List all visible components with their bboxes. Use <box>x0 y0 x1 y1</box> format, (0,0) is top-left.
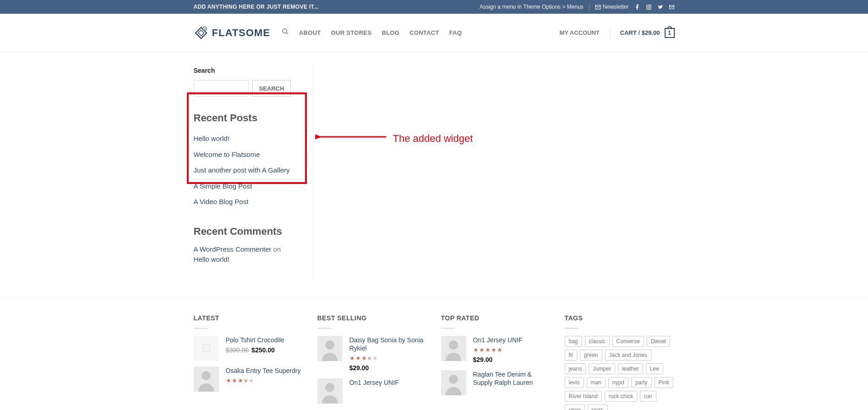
recent-comments-widget: Recent Comments A WordPress Commenter on… <box>194 224 300 265</box>
nav-about[interactable]: ABOUT <box>299 28 321 38</box>
svg-point-19 <box>449 375 458 384</box>
product-item[interactable]: Osaka Entry Tee Superdry ★★★★★★ <box>194 367 304 392</box>
facebook-icon[interactable] <box>634 4 640 10</box>
nav-account[interactable]: MY ACCOUNT <box>559 28 599 38</box>
instagram-icon[interactable] <box>646 4 652 10</box>
nav-contact[interactable]: CONTACT <box>409 28 439 38</box>
tag-link[interactable]: fit <box>565 350 577 361</box>
logo-text: FLATSOME <box>212 25 270 40</box>
recent-post-link[interactable]: A Video Blog Post <box>194 198 249 205</box>
tag-link[interactable]: leather <box>618 363 643 374</box>
svg-point-13 <box>325 340 334 350</box>
footer-tags: TAGS bagclassicConverseDieselfitgreenJac… <box>565 313 675 410</box>
topbar: ADD ANYTHING HERE OR JUST REMOVE IT... A… <box>0 0 868 14</box>
product-title: Daisy Bag Sonia by Sonia Rykiel <box>349 336 427 352</box>
search-label: Search <box>194 66 300 76</box>
product-avatar-image <box>441 370 466 395</box>
product-title: Polo Tshirt Crocodile <box>226 336 304 344</box>
cart-count: 1 <box>668 29 671 37</box>
tag-link[interactable]: Jumper <box>589 363 615 374</box>
product-title: Osaka Entry Tee Superdry <box>226 367 304 375</box>
nav-faq[interactable]: FAQ <box>449 28 462 38</box>
tag-link[interactable]: shoe <box>565 405 585 410</box>
comment-on-text: on <box>271 245 281 253</box>
tag-link[interactable]: River Island <box>565 391 602 402</box>
nav-cart[interactable]: CART / $29.00 1 <box>620 28 675 38</box>
recent-comments-title: Recent Comments <box>194 224 300 239</box>
product-old-price: $300.00 <box>226 346 249 354</box>
tag-link[interactable]: levis <box>565 377 584 388</box>
svg-point-9 <box>204 346 206 348</box>
product-avatar-image <box>194 367 219 392</box>
topbar-menu-hint[interactable]: Assign a menu in Theme Options > Menus <box>480 3 584 11</box>
tag-link[interactable]: jeans <box>565 363 586 374</box>
svg-point-6 <box>283 29 287 33</box>
logo-icon: 3 <box>194 26 208 40</box>
tag-link[interactable]: Diesel <box>647 336 670 347</box>
divider <box>194 328 207 329</box>
star-rating: ★★★★★★ <box>226 376 304 385</box>
product-avatar-image <box>317 378 343 404</box>
product-item[interactable]: Polo Tshirt Crocodile $300.00$250.00 <box>194 336 304 361</box>
product-item[interactable]: Daisy Bag Sonia by Sonia Rykiel ★★★★★★ $… <box>317 336 427 373</box>
tag-link[interactable]: stars <box>588 405 608 410</box>
tag-link[interactable]: Pink <box>655 377 673 388</box>
tag-link[interactable]: bag <box>565 336 582 347</box>
twitter-icon[interactable] <box>657 4 663 10</box>
tag-link[interactable]: party <box>631 377 652 388</box>
star-rating: ★★★★★ <box>473 345 551 355</box>
product-price: $29.00 <box>473 355 551 365</box>
svg-point-2 <box>650 5 650 5</box>
comment-post-link[interactable]: Hello world! <box>194 255 229 263</box>
tag-link[interactable]: green <box>580 350 602 361</box>
main-nav: ABOUT OUR STORES BLOG CONTACT FAQ <box>282 28 462 38</box>
footer-col-title: TOP RATED <box>441 313 551 323</box>
tag-link[interactable]: Lee <box>646 363 663 374</box>
header: 3 FLATSOME ABOUT OUR STORES BLOG CONTACT… <box>0 14 868 52</box>
search-widget: Search SEARCH <box>194 66 300 97</box>
tag-link[interactable]: classic <box>585 336 610 347</box>
nav-search-icon[interactable] <box>282 28 289 38</box>
footer-top-rated: TOP RATED On1 Jersey UNIF ★★★★★ $29.00 R… <box>441 313 551 410</box>
tag-link[interactable]: Converse <box>612 336 644 347</box>
tag-link[interactable]: run <box>640 391 656 402</box>
divider <box>565 328 579 329</box>
footer-best-selling: BEST SELLING Daisy Bag Sonia by Sonia Ry… <box>317 313 427 410</box>
svg-text:3: 3 <box>204 27 205 30</box>
newsletter-label: Newsletter <box>603 3 629 11</box>
cart-bag-icon: 1 <box>665 28 675 38</box>
tag-link[interactable]: nypd <box>608 377 628 388</box>
product-avatar-image <box>441 336 466 361</box>
comment-author-link[interactable]: A WordPress Commenter <box>194 245 272 253</box>
mail-icon[interactable] <box>669 4 675 10</box>
svg-point-15 <box>325 383 334 392</box>
product-item[interactable]: Raglan Tee Denim & Supply Ralph Lauren <box>441 370 551 395</box>
topbar-announcement: ADD ANYTHING HERE OR JUST REMOVE IT... <box>194 3 319 11</box>
product-item[interactable]: On1 Jersey UNIF <box>317 378 427 404</box>
content-area <box>314 66 675 279</box>
site-logo[interactable]: 3 FLATSOME <box>194 25 270 40</box>
newsletter-link[interactable]: Newsletter <box>595 3 629 11</box>
product-title: Raglan Tee Denim & Supply Ralph Lauren <box>473 370 551 387</box>
tag-link[interactable]: Jack and Jones <box>605 350 651 361</box>
cart-label: CART / $29.00 <box>620 28 660 38</box>
annotation-label: The added widget <box>393 131 473 146</box>
product-price: $250.00 <box>251 346 275 354</box>
svg-point-11 <box>202 371 211 380</box>
tag-link[interactable]: man <box>587 377 606 388</box>
divider <box>610 26 610 40</box>
footer-col-title: LATEST <box>194 313 304 323</box>
divider <box>589 4 590 10</box>
annotation-highlight-box <box>187 92 307 184</box>
product-item[interactable]: On1 Jersey UNIF ★★★★★ $29.00 <box>441 336 551 365</box>
nav-stores[interactable]: OUR STORES <box>331 28 372 38</box>
annotation-arrow-icon <box>315 132 388 141</box>
tag-link[interactable]: rock chick <box>605 391 637 402</box>
product-price: $29.00 <box>349 363 427 373</box>
nav-blog[interactable]: BLOG <box>382 28 399 38</box>
star-rating: ★★★★★★ <box>349 354 427 363</box>
footer: LATEST Polo Tshirt Crocodile $300.00$250… <box>187 297 682 410</box>
footer-col-title: BEST SELLING <box>317 313 427 323</box>
svg-point-17 <box>449 340 458 350</box>
footer-latest: LATEST Polo Tshirt Crocodile $300.00$250… <box>194 313 304 410</box>
